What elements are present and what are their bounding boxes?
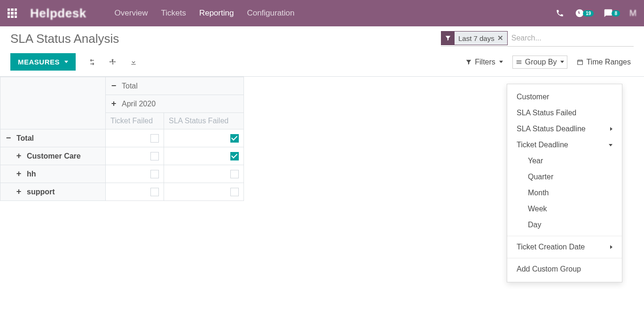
groupby-sub-quarter[interactable]: Quarter [507,169,622,185]
pivot-toolbar [88,58,138,66]
chevron-down-icon [609,144,613,146]
groupby-sub-month[interactable]: Month [507,185,622,201]
groupby-sub-day[interactable]: Day [507,217,622,233]
measure-header-0[interactable]: Ticket Failed [106,113,164,129]
plus-icon: + [16,169,22,179]
measures-label: MEASURES [18,58,60,66]
minus-icon: − [110,81,117,91]
groupby-item-sla-status-deadline[interactable]: SLA Status Deadline [507,121,622,137]
activities-button[interactable]: 19 [574,8,594,18]
nav-items: Overview Tickets Reporting Configuration [115,8,295,18]
groupby-label: Group By [525,58,557,66]
list-icon [516,59,522,65]
checkbox-icon [150,170,159,178]
pivot-corner [0,77,106,129]
checkbox-icon [150,134,159,143]
facet-label: Last 7 days [458,34,495,42]
row-label: hh [27,170,36,178]
minus-icon: − [5,133,12,143]
nav-overview[interactable]: Overview [115,8,148,18]
messages-badge: 8 [612,10,620,16]
pivot-cell [164,129,244,147]
control-panel: SLA Status Analysis Last 7 days ✕ MEASUR… [0,26,644,76]
chevron-down-icon [64,61,68,63]
svg-rect-0 [578,60,583,64]
calendar-icon [577,59,583,65]
col-header-total[interactable]: −Total [106,77,244,95]
plus-icon: + [110,99,117,109]
groupby-item-sla-status-failed[interactable]: SLA Status Failed [507,105,622,121]
checkbox-icon [230,152,239,160]
checkbox-icon [150,152,159,160]
groupby-item-customer[interactable]: Customer [507,89,622,105]
apps-grid-icon[interactable] [8,8,17,18]
search-area: Last 7 days ✕ [441,31,634,47]
chevron-right-icon [610,127,613,131]
table-row: −Total [0,129,244,147]
pivot-cell [106,183,164,201]
pivot-cell [164,165,244,183]
funnel-icon [441,32,455,45]
row-header[interactable]: −Total [0,129,106,147]
nav-tickets[interactable]: Tickets [161,8,186,18]
nav-right: 19 8 M [555,8,636,18]
nav-configuration[interactable]: Configuration [247,8,294,18]
top-navbar: Helpdesk Overview Tickets Reporting Conf… [0,0,644,26]
row-header[interactable]: +hh [0,165,106,183]
flip-axis-icon[interactable] [88,58,96,66]
row-label: Total [16,134,34,143]
pivot-cell [164,183,244,201]
checkbox-icon [230,188,239,196]
download-icon[interactable] [129,58,138,66]
row-label: Customer Care [27,152,81,160]
pivot-cell [164,147,244,165]
activities-badge: 19 [583,10,594,16]
measure-header-1[interactable]: SLA Status Failed [164,113,244,129]
search-facet: Last 7 days ✕ [441,31,508,45]
user-initial[interactable]: M [629,8,636,18]
phone-icon[interactable] [555,8,565,18]
row-header[interactable]: +Customer Care [0,147,106,165]
funnel-icon [465,59,472,65]
checkbox-icon [230,134,239,143]
timeranges-label: Time Ranges [586,58,631,66]
groupby-sub-year[interactable]: Year [507,153,622,169]
table-row: +support [0,183,244,201]
groupby-item-ticket-creation-date[interactable]: Ticket Creation Date [507,239,622,255]
measures-button[interactable]: MEASURES [10,53,76,71]
plus-icon: + [16,151,22,161]
groupby-sub-week[interactable]: Week [507,201,622,217]
groupby-add-custom-group[interactable]: Add Custom Group [507,261,622,277]
row-header[interactable]: +support [0,183,106,201]
row-label: support [27,188,55,196]
chevron-right-icon [610,245,613,249]
groupby-dropdown: Customer SLA Status Failed SLA Status De… [507,84,622,282]
filters-label: Filters [475,58,495,66]
checkbox-icon [230,170,239,178]
pivot-cell [106,147,164,165]
pivot-table: −Total +April 2020 Ticket Failed SLA Sta… [0,77,244,201]
chevron-down-icon [560,61,564,63]
app-brand[interactable]: Helpdesk [30,6,86,21]
chevron-down-icon [499,61,503,63]
messages-button[interactable]: 8 [603,8,620,18]
timeranges-button[interactable]: Time Ranges [574,56,634,68]
pivot-cell [106,165,164,183]
table-row: +hh [0,165,244,183]
nav-reporting[interactable]: Reporting [199,8,234,18]
checkbox-icon [150,188,159,196]
filters-button[interactable]: Filters [463,56,506,68]
expand-all-icon[interactable] [109,58,117,66]
plus-icon: + [16,187,22,197]
search-filters-bar: Filters Group By Time Ranges [463,56,634,69]
groupby-button[interactable]: Group By [512,56,568,69]
groupby-item-ticket-deadline[interactable]: Ticket Deadline [507,137,622,153]
page-title: SLA Status Analysis [10,32,119,46]
facet-remove-icon[interactable]: ✕ [497,34,503,42]
search-input[interactable] [508,32,634,44]
pivot-cell [106,129,164,147]
table-row: +Customer Care [0,147,244,165]
col-header-group[interactable]: +April 2020 [106,95,244,113]
